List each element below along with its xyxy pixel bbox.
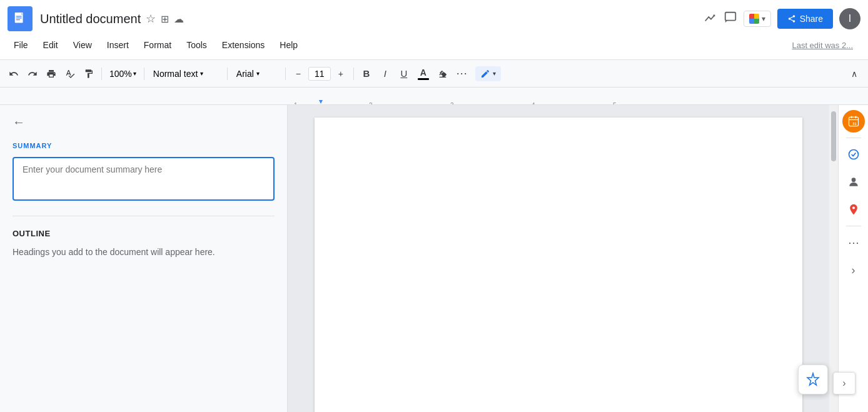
document-title[interactable]: Untitled document — [40, 12, 141, 26]
toolbar-divider-2 — [144, 68, 144, 80]
user-avatar[interactable]: I — [839, 8, 860, 29]
sidebar-divider-2 — [846, 226, 861, 226]
spellcheck-button[interactable] — [61, 64, 79, 83]
toolbar-divider-5 — [353, 68, 354, 80]
svg-point-24 — [852, 206, 854, 209]
collapse-toolbar-button[interactable]: ∧ — [845, 64, 863, 83]
svg-marker-16 — [319, 100, 323, 104]
bold-button[interactable]: B — [358, 64, 375, 83]
menu-help[interactable]: Help — [273, 38, 304, 53]
left-panel: ← SUMMARY OUTLINE Headings you add to th… — [0, 105, 288, 412]
paint-format-button[interactable] — [80, 64, 98, 83]
meet-button[interactable]: ▾ — [744, 11, 771, 27]
collapse-right-button[interactable]: › — [833, 372, 855, 394]
underline-button[interactable]: U — [395, 64, 413, 83]
document-area[interactable] — [288, 105, 829, 412]
menu-file[interactable]: File — [8, 38, 34, 53]
text-color-indicator: A — [418, 68, 429, 80]
svg-rect-4 — [725, 12, 735, 20]
maps-sidebar-icon[interactable] — [842, 198, 865, 221]
calendar-sidebar-icon[interactable]: 31 — [842, 110, 865, 133]
contacts-sidebar-icon[interactable] — [842, 171, 865, 193]
docs-logo — [8, 6, 33, 31]
menu-bar: File Edit View Insert Format Tools Exten… — [8, 34, 860, 56]
menu-edit[interactable]: Edit — [37, 38, 64, 53]
last-edit-label[interactable]: Last edit was 2... — [792, 41, 853, 50]
tasks-sidebar-icon[interactable] — [842, 143, 865, 166]
font-size-increase[interactable]: + — [332, 64, 350, 83]
meet-arrow: ▾ — [762, 14, 765, 23]
menu-view[interactable]: View — [67, 38, 98, 53]
toolbar: 100% ▾ Normal text ▾ Arial ▾ − + B I U A… — [0, 60, 868, 88]
menu-tools[interactable]: Tools — [180, 38, 213, 53]
expand-sidebar-icon[interactable]: › — [842, 259, 865, 281]
summary-input[interactable] — [13, 157, 275, 201]
summary-label: SUMMARY — [13, 142, 275, 149]
style-select[interactable]: Normal text ▾ — [148, 66, 223, 81]
svg-marker-25 — [807, 373, 819, 385]
ai-assistant-button[interactable] — [798, 364, 828, 394]
outline-hint: Headings you add to the document will ap… — [13, 246, 275, 259]
svg-line-6 — [790, 17, 793, 18]
menu-extensions[interactable]: Extensions — [216, 38, 271, 53]
top-bar: Untitled document ☆ ⊞ ☁ — [0, 0, 868, 60]
menu-insert[interactable]: Insert — [101, 38, 135, 53]
folder-icon[interactable]: ⊞ — [161, 13, 169, 25]
svg-rect-1 — [16, 16, 22, 16]
font-select[interactable]: Arial ▾ — [231, 66, 281, 81]
scrollbar-thumb[interactable] — [831, 111, 836, 161]
share-button[interactable]: Share — [777, 9, 833, 29]
svg-text:31: 31 — [852, 122, 857, 126]
toolbar-divider-3 — [227, 68, 228, 80]
document-page[interactable] — [315, 118, 802, 412]
undo-button[interactable] — [5, 64, 23, 83]
redo-button[interactable] — [24, 64, 41, 83]
right-sidebar: 31 ⋯ › — [838, 105, 868, 412]
menu-format[interactable]: Format — [138, 38, 178, 53]
outline-label: OUTLINE — [13, 229, 275, 238]
toolbar-divider-1 — [101, 68, 102, 80]
main-area: ← SUMMARY OUTLINE Headings you add to th… — [0, 105, 868, 412]
highlight-button[interactable] — [434, 64, 452, 83]
more-apps-sidebar-icon[interactable]: ⋯ — [842, 231, 865, 254]
editing-mode-button[interactable]: ▾ — [475, 66, 501, 81]
title-icons: ☆ ⊞ ☁ — [146, 12, 184, 26]
svg-point-23 — [851, 178, 855, 182]
star-icon[interactable]: ☆ — [146, 12, 156, 26]
zoom-control[interactable]: 100% ▾ — [106, 66, 140, 81]
svg-rect-3 — [16, 19, 20, 20]
color-bar — [418, 78, 429, 80]
analytics-icon[interactable] — [704, 11, 717, 28]
svg-rect-2 — [16, 18, 22, 18]
comment-icon[interactable] — [724, 11, 737, 28]
back-button[interactable]: ← — [13, 115, 25, 129]
more-toolbar-button[interactable]: ··· — [453, 64, 472, 83]
top-right-controls: ▾ Share I — [704, 8, 860, 29]
font-size-decrease[interactable]: − — [290, 64, 307, 83]
cloud-icon[interactable]: ☁ — [174, 13, 184, 25]
text-color-button[interactable]: A — [414, 64, 433, 83]
font-size-input[interactable] — [308, 67, 331, 81]
print-button[interactable] — [43, 64, 60, 83]
sidebar-divider — [846, 138, 861, 138]
toolbar-divider-4 — [285, 68, 286, 80]
svg-line-5 — [790, 19, 793, 21]
ruler: 1 2 3 4 5 — [0, 88, 868, 105]
font-size-control: − + — [290, 64, 350, 83]
panel-divider — [13, 216, 275, 216]
vertical-scrollbar[interactable] — [829, 105, 838, 412]
svg-point-22 — [849, 150, 858, 159]
ruler-svg: 1 2 3 4 5 — [288, 96, 868, 106]
italic-button[interactable]: I — [376, 64, 394, 83]
meet-logo — [749, 14, 759, 24]
title-row: Untitled document ☆ ⊞ ☁ — [8, 4, 860, 34]
